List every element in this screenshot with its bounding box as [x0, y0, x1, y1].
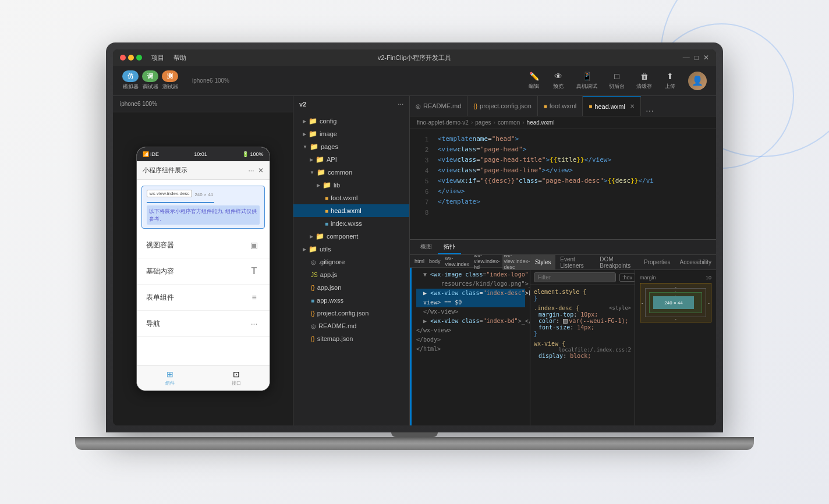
device-debug-icon: 📱	[580, 71, 593, 81]
file-item-lib[interactable]: ▶ 📁 lib	[293, 179, 409, 191]
tab-project-config[interactable]: {} project.config.json	[467, 96, 537, 116]
clear-cache-action[interactable]: 🗑 清缓存	[636, 71, 652, 90]
css-close: }	[534, 331, 631, 337]
file-label: .gitignore	[318, 258, 345, 265]
phone-title-bar: 小程序组件展示 ··· ✕	[137, 161, 270, 180]
menu-item-view[interactable]: 视图容器 ▣	[137, 232, 270, 258]
preview-content: 📶 IDE 10:01 🔋 100% 小程序组件展示 ··· ✕	[113, 112, 293, 425]
maximize-button[interactable]	[136, 55, 142, 61]
nav-api[interactable]: ⊡ 接口	[203, 370, 270, 386]
tree-line: </html>	[416, 345, 525, 354]
filter-input[interactable]	[534, 272, 616, 282]
phone-more-icon[interactable]: ···	[248, 166, 254, 175]
menu-item-nav[interactable]: 导航 ···	[137, 311, 270, 337]
file-item-component[interactable]: ▶ 📁 component	[293, 230, 409, 243]
simulate-button[interactable]: 仿 模拟器	[122, 70, 139, 91]
edit-action[interactable]: ✏️ 编辑	[527, 71, 540, 90]
page-background: 项目 帮助 v2-FinClip小程序开发工具 — □ ✕ 仿	[0, 0, 829, 504]
menu-item-nav-label: 导航	[146, 319, 160, 329]
test-button[interactable]: 测 测试器	[162, 70, 178, 91]
phone-desc-text: 以下将展示小程序官方组件能力, 组件样式仅供参考。	[147, 205, 260, 225]
tree-line: ▶ <wx-view class="index-bd">_</wx-view>	[416, 317, 525, 326]
phone-bottom-nav: ⊞ 组件 ⊡ 接口	[137, 365, 270, 391]
upload-action[interactable]: ⬆ 上传	[664, 71, 676, 90]
highlight-label: wx-view.index-desc	[147, 190, 193, 197]
border-box: - - 240 × 44	[645, 288, 706, 317]
tab-event-listeners[interactable]: Event Listeners	[555, 255, 595, 269]
toolbar: 仿 模拟器 调 调试器 测 测试器 iphone6	[113, 66, 716, 96]
menu-help[interactable]: 帮助	[173, 54, 186, 62]
tab-accessibility[interactable]: Accessibility	[675, 255, 716, 269]
file-item-project-config[interactable]: {} project.config.json	[293, 307, 409, 320]
device-debug-action[interactable]: 📱 真机调试	[576, 71, 597, 90]
tab-head-wxml[interactable]: ■ head.wxml ✕	[583, 96, 641, 116]
phone-frame: 📶 IDE 10:01 🔋 100% 小程序组件展示 ··· ✕	[136, 147, 270, 391]
file-tree[interactable]: ▶ 📁 config ▶ 📁 image	[293, 112, 409, 425]
wxss-icon: ■	[311, 297, 314, 304]
path-body[interactable]: body	[429, 258, 441, 264]
minimize-icon[interactable]: —	[683, 54, 690, 62]
file-item-common[interactable]: ▼ 📁 common	[293, 166, 409, 179]
element-path: html body wx-view.index wx-view.index-hd	[410, 255, 530, 268]
background-action[interactable]: □ 切后台	[609, 71, 625, 90]
margin-right-label: -	[708, 300, 710, 306]
file-item-app-json[interactable]: {} app.json	[293, 281, 409, 294]
more-tabs-button[interactable]: ⋯	[641, 107, 658, 116]
menu-item-form-label: 表单组件	[146, 293, 174, 303]
devtools-tab-outline[interactable]: 拓扑	[438, 240, 461, 254]
tab-close-icon[interactable]: ✕	[630, 103, 635, 109]
tree-line-selected[interactable]: ▶ <wx-view class="index-desc">以下将展示小程序官方…	[416, 289, 525, 298]
file-item-foot-wxml[interactable]: ■ foot.wxml	[293, 191, 409, 204]
nav-api-icon: ⊡	[233, 370, 240, 379]
file-item-index-wxss[interactable]: ■ index.wxss	[293, 217, 409, 230]
file-item-head-wxml[interactable]: ■ head.wxml	[293, 204, 409, 217]
chevron-right-icon: ▶	[303, 119, 306, 124]
menu-item-basic[interactable]: 基础内容 T	[137, 258, 270, 285]
preview-panel: iphone6 100% 📶 IDE 10:01 🔋 100%	[113, 96, 293, 425]
styles-panel: Styles Event Listeners DOM Breakpoints P…	[530, 255, 716, 425]
file-label: project.config.json	[317, 310, 369, 317]
tab-foot-wxml[interactable]: ■ foot.wxml	[538, 96, 583, 116]
tab-dom-breakpoints[interactable]: DOM Breakpoints	[595, 255, 639, 269]
phone-title: 小程序组件展示	[143, 166, 187, 175]
phone-close-icon[interactable]: ✕	[258, 166, 264, 175]
preview-action[interactable]: 👁 预览	[552, 71, 565, 90]
preview-header: iphone6 100%	[113, 96, 293, 112]
file-item-gitignore[interactable]: ◎ .gitignore	[293, 255, 409, 268]
code-content[interactable]: <template name="head"> <view class="page…	[431, 129, 716, 239]
file-item-image[interactable]: ▶ 📁 image	[293, 127, 409, 140]
edit-label: 编辑	[529, 83, 539, 90]
file-item-app-wxss[interactable]: ■ app.wxss	[293, 294, 409, 307]
restore-icon[interactable]: □	[695, 54, 699, 62]
close-button[interactable]	[120, 55, 126, 61]
html-tree[interactable]: ▼ <wx-image class="index-logo" src="../r…	[412, 268, 530, 425]
basic-content-icon: T	[249, 265, 260, 277]
file-item-api[interactable]: ▶ 📁 API	[293, 153, 409, 166]
minimize-button[interactable]	[128, 55, 134, 61]
breadcrumb-root: fino-applet-demo-v2	[417, 119, 469, 126]
file-item-utils[interactable]: ▶ 📁 utils	[293, 243, 409, 255]
filter-hov[interactable]: :hov	[619, 274, 635, 282]
menu-item-form[interactable]: 表单组件 ≡	[137, 285, 270, 311]
file-item-sitemap[interactable]: {} sitemap.json	[293, 332, 409, 345]
user-avatar[interactable]: 👤	[688, 72, 707, 90]
tab-styles[interactable]: Styles	[530, 255, 555, 269]
file-item-readme[interactable]: ◎ README.md	[293, 320, 409, 332]
tab-readme[interactable]: ◎ README.md	[410, 96, 467, 116]
title-bar: 项目 帮助 v2-FinClip小程序开发工具 — □ ✕	[113, 49, 716, 66]
debug-button[interactable]: 调 调试器	[142, 70, 158, 91]
tab-properties[interactable]: Properties	[639, 255, 675, 269]
devtools-tab-tree[interactable]: 概图	[414, 240, 438, 254]
file-item-app-js[interactable]: JS app.js	[293, 268, 409, 281]
path-html[interactable]: html	[414, 258, 424, 264]
nav-component[interactable]: ⊞ 组件	[137, 370, 203, 386]
close-icon[interactable]: ✕	[703, 54, 709, 62]
menu-item-view-label: 视图容器	[146, 240, 174, 250]
file-item-config[interactable]: ▶ 📁 config	[293, 115, 409, 127]
path-wx-view-index[interactable]: wx-view.index	[445, 255, 470, 267]
breadcrumb-pages: pages	[475, 119, 491, 126]
file-item-pages[interactable]: ▼ 📁 pages	[293, 140, 409, 153]
folder-icon: 📁	[317, 168, 325, 176]
menu-project[interactable]: 项目	[151, 54, 164, 62]
menu-item-basic-label: 基础内容	[146, 267, 174, 276]
